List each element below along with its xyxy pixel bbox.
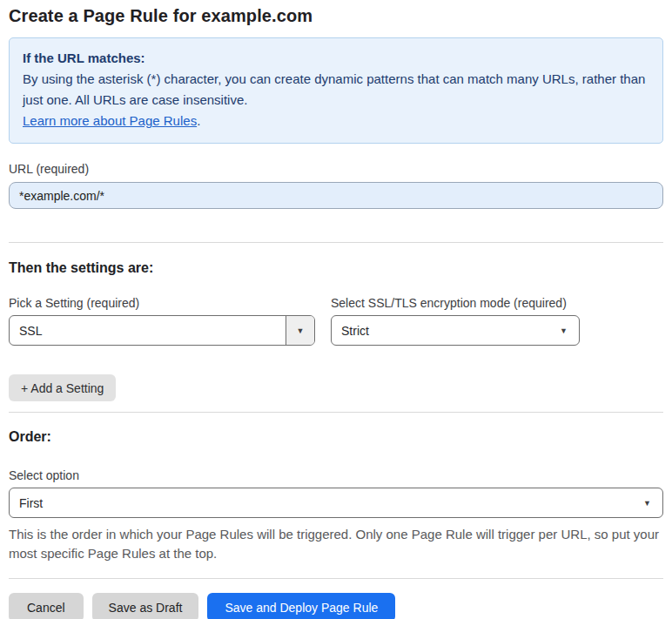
order-select-label: Select option bbox=[9, 468, 663, 482]
save-deploy-button[interactable]: Save and Deploy Page Rule bbox=[207, 593, 395, 619]
order-select-value: First bbox=[10, 496, 643, 510]
url-match-info-box: If the URL matches: By using the asteris… bbox=[9, 37, 663, 144]
chevron-down-icon: ▼ bbox=[643, 499, 662, 508]
setting-select[interactable]: SSL ▼ bbox=[9, 315, 315, 346]
setting-picker-label: Pick a Setting (required) bbox=[9, 296, 315, 310]
setting-picker-column: Pick a Setting (required) SSL ▼ bbox=[9, 296, 315, 346]
info-box-body: By using the asterisk (*) character, you… bbox=[23, 69, 649, 111]
ssl-mode-select-value: Strict bbox=[332, 324, 560, 338]
settings-section-heading: Then the settings are: bbox=[9, 260, 663, 276]
ssl-mode-select[interactable]: Strict ▼ bbox=[331, 315, 580, 346]
section-divider bbox=[9, 412, 663, 413]
ssl-mode-label: Select SSL/TLS encryption mode (required… bbox=[331, 296, 580, 310]
section-divider bbox=[9, 242, 663, 243]
page-title: Create a Page Rule for example.com bbox=[9, 6, 663, 26]
chevron-down-icon: ▼ bbox=[560, 326, 579, 335]
chevron-down-icon[interactable]: ▼ bbox=[286, 316, 314, 345]
url-field-label: URL (required) bbox=[9, 162, 663, 176]
info-box-heading: If the URL matches: bbox=[23, 48, 649, 69]
footer-actions: Cancel Save as Draft Save and Deploy Pag… bbox=[9, 593, 663, 619]
link-period: . bbox=[197, 113, 200, 128]
info-box-link-line: Learn more about Page Rules. bbox=[23, 111, 649, 131]
page-rule-form: Create a Page Rule for example.com If th… bbox=[0, 6, 672, 619]
add-setting-button[interactable]: + Add a Setting bbox=[9, 374, 116, 401]
setting-select-value: SSL bbox=[10, 324, 286, 338]
order-section-heading: Order: bbox=[9, 429, 663, 445]
url-input[interactable] bbox=[9, 182, 663, 209]
learn-more-link[interactable]: Learn more about Page Rules bbox=[23, 113, 197, 128]
settings-row: Pick a Setting (required) SSL ▼ Select S… bbox=[9, 296, 663, 346]
order-help-text: This is the order in which your Page Rul… bbox=[9, 525, 663, 563]
footer-divider bbox=[9, 578, 663, 579]
order-select[interactable]: First ▼ bbox=[9, 488, 663, 518]
save-draft-button[interactable]: Save as Draft bbox=[92, 593, 199, 619]
ssl-mode-column: Select SSL/TLS encryption mode (required… bbox=[331, 296, 580, 346]
cancel-button[interactable]: Cancel bbox=[9, 593, 84, 619]
